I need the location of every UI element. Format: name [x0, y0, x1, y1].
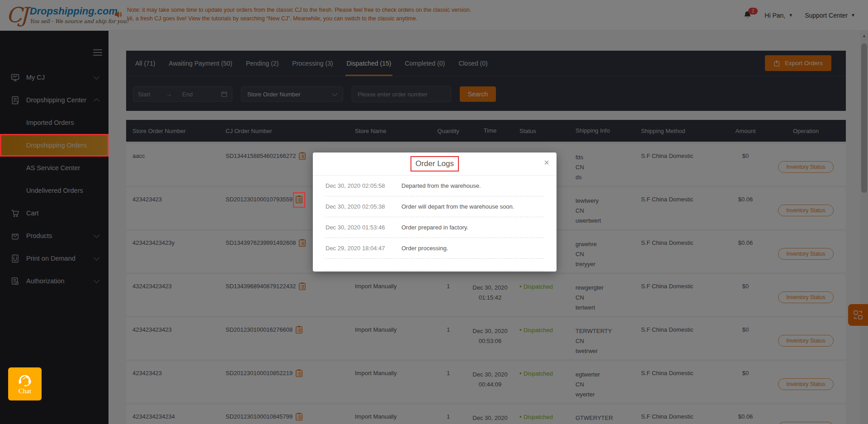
order-log-entry: Dec 30, 2020 01:53:46Order prepared in f…: [326, 217, 544, 238]
chat-button[interactable]: Chat: [8, 367, 42, 400]
headset-icon: [17, 373, 33, 387]
log-date: Dec 30, 2020 02:05:58: [326, 182, 401, 189]
log-date: Dec 29, 2020 18:04:47: [326, 245, 401, 252]
app: CJ Dropshipping.com You sell - We source…: [0, 0, 868, 424]
log-message: Order processing.: [401, 245, 448, 252]
order-log-entry: Dec 30, 2020 02:05:38Order will depart f…: [326, 196, 544, 217]
log-message: Departed from the warehouse.: [401, 182, 481, 189]
log-date: Dec 30, 2020 02:05:38: [326, 203, 401, 210]
modal-title: Order Logs: [415, 159, 454, 168]
order-logs-modal: Order Logs × Dec 30, 2020 02:05:58Depart…: [313, 152, 557, 272]
chat-label: Chat: [19, 387, 31, 395]
log-divider: [326, 259, 544, 271]
modal-header: Order Logs ×: [313, 152, 557, 176]
log-message: Order prepared in factory.: [401, 224, 468, 231]
order-log-entry: Dec 29, 2020 18:04:47Order processing.: [326, 238, 544, 259]
log-message: Order will depart from the warehouse soo…: [401, 203, 514, 210]
close-icon[interactable]: ×: [544, 158, 549, 167]
order-logs-list: Dec 30, 2020 02:05:58Departed from the w…: [313, 176, 557, 271]
order-log-entry: Dec 30, 2020 02:05:58Departed from the w…: [326, 176, 544, 196]
log-date: Dec 30, 2020 01:53:46: [326, 224, 401, 231]
